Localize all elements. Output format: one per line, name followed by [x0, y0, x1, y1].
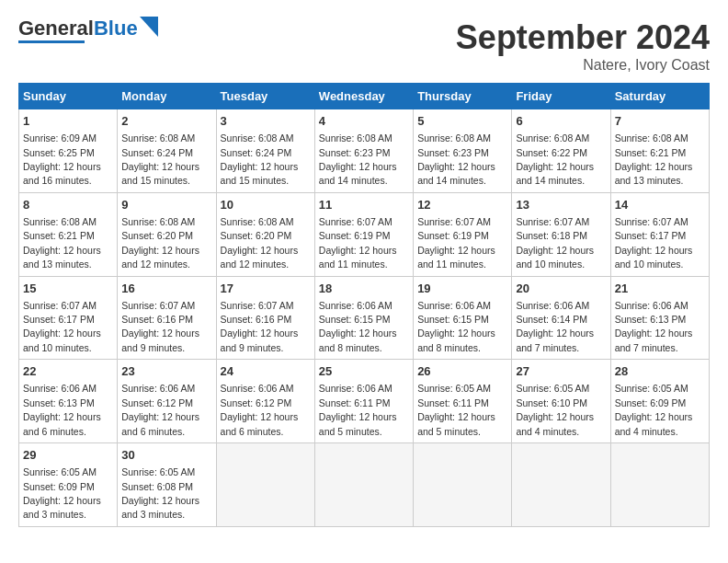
month-title: September 2024 [456, 18, 710, 57]
calendar-day-4: 4Sunrise: 6:08 AMSunset: 6:23 PMDaylight… [314, 109, 413, 193]
logo-arrow-icon [140, 17, 158, 37]
calendar-day-empty [610, 443, 709, 527]
calendar-day-16: 16Sunrise: 6:07 AMSunset: 6:16 PMDayligh… [118, 276, 216, 360]
calendar-day-14: 14Sunrise: 6:07 AMSunset: 6:17 PMDayligh… [610, 192, 709, 276]
calendar-table: Sunday Monday Tuesday Wednesday Thursday… [18, 83, 710, 527]
calendar-day-17: 17Sunrise: 6:07 AMSunset: 6:16 PMDayligh… [216, 276, 314, 360]
calendar-day-29: 29Sunrise: 6:05 AMSunset: 6:09 PMDayligh… [19, 443, 118, 527]
logo-text: GeneralBlue [18, 18, 138, 39]
calendar-day-28: 28Sunrise: 6:05 AMSunset: 6:09 PMDayligh… [610, 360, 709, 443]
calendar-body: 1Sunrise: 6:09 AMSunset: 6:25 PMDaylight… [19, 109, 710, 527]
calendar-day-24: 24Sunrise: 6:06 AMSunset: 6:12 PMDayligh… [216, 360, 314, 443]
calendar-day-13: 13Sunrise: 6:07 AMSunset: 6:18 PMDayligh… [512, 192, 610, 276]
calendar-row-1: 1Sunrise: 6:09 AMSunset: 6:25 PMDaylight… [19, 109, 710, 193]
calendar-day-21: 21Sunrise: 6:06 AMSunset: 6:13 PMDayligh… [610, 276, 709, 360]
calendar-day-empty [512, 443, 610, 527]
col-saturday: Saturday [610, 84, 709, 109]
title-block: September 2024 Natere, Ivory Coast [456, 18, 710, 74]
calendar-day-11: 11Sunrise: 6:07 AMSunset: 6:19 PMDayligh… [314, 192, 413, 276]
calendar-day-15: 15Sunrise: 6:07 AMSunset: 6:17 PMDayligh… [19, 276, 118, 360]
calendar-day-empty [314, 443, 413, 527]
calendar-row-5: 29Sunrise: 6:05 AMSunset: 6:09 PMDayligh… [19, 443, 710, 527]
calendar-row-3: 15Sunrise: 6:07 AMSunset: 6:17 PMDayligh… [19, 276, 710, 360]
col-friday: Friday [512, 84, 610, 109]
calendar-day-8: 8Sunrise: 6:08 AMSunset: 6:21 PMDaylight… [19, 192, 118, 276]
col-sunday: Sunday [19, 84, 118, 109]
calendar-day-5: 5Sunrise: 6:08 AMSunset: 6:23 PMDaylight… [414, 109, 512, 193]
calendar-day-25: 25Sunrise: 6:06 AMSunset: 6:11 PMDayligh… [314, 360, 413, 443]
calendar-day-empty [216, 443, 314, 527]
header-row: Sunday Monday Tuesday Wednesday Thursday… [19, 84, 710, 109]
col-monday: Monday [118, 84, 216, 109]
calendar-day-23: 23Sunrise: 6:06 AMSunset: 6:12 PMDayligh… [118, 360, 216, 443]
calendar-row-2: 8Sunrise: 6:08 AMSunset: 6:21 PMDaylight… [19, 192, 710, 276]
svg-marker-0 [140, 17, 158, 37]
calendar-day-26: 26Sunrise: 6:05 AMSunset: 6:11 PMDayligh… [414, 360, 512, 443]
calendar-day-30: 30Sunrise: 6:05 AMSunset: 6:08 PMDayligh… [118, 443, 216, 527]
logo-underline [18, 40, 85, 43]
calendar-day-9: 9Sunrise: 6:08 AMSunset: 6:20 PMDaylight… [118, 192, 216, 276]
location: Natere, Ivory Coast [456, 57, 710, 74]
calendar-day-empty [414, 443, 512, 527]
calendar-day-12: 12Sunrise: 6:07 AMSunset: 6:19 PMDayligh… [414, 192, 512, 276]
calendar-day-7: 7Sunrise: 6:08 AMSunset: 6:21 PMDaylight… [610, 109, 709, 193]
col-wednesday: Wednesday [314, 84, 413, 109]
calendar-day-3: 3Sunrise: 6:08 AMSunset: 6:24 PMDaylight… [216, 109, 314, 193]
calendar-row-4: 22Sunrise: 6:06 AMSunset: 6:13 PMDayligh… [19, 360, 710, 443]
calendar-day-10: 10Sunrise: 6:08 AMSunset: 6:20 PMDayligh… [216, 192, 314, 276]
calendar-day-1: 1Sunrise: 6:09 AMSunset: 6:25 PMDaylight… [19, 109, 118, 193]
logo: GeneralBlue [18, 18, 158, 43]
calendar-day-2: 2Sunrise: 6:08 AMSunset: 6:24 PMDaylight… [118, 109, 216, 193]
page-header: GeneralBlue September 2024 Natere, Ivory… [18, 18, 710, 74]
col-tuesday: Tuesday [216, 84, 314, 109]
calendar-day-19: 19Sunrise: 6:06 AMSunset: 6:15 PMDayligh… [414, 276, 512, 360]
col-thursday: Thursday [414, 84, 512, 109]
calendar-day-18: 18Sunrise: 6:06 AMSunset: 6:15 PMDayligh… [314, 276, 413, 360]
calendar-day-6: 6Sunrise: 6:08 AMSunset: 6:22 PMDaylight… [512, 109, 610, 193]
calendar-day-22: 22Sunrise: 6:06 AMSunset: 6:13 PMDayligh… [19, 360, 118, 443]
calendar-day-20: 20Sunrise: 6:06 AMSunset: 6:14 PMDayligh… [512, 276, 610, 360]
calendar-day-27: 27Sunrise: 6:05 AMSunset: 6:10 PMDayligh… [512, 360, 610, 443]
